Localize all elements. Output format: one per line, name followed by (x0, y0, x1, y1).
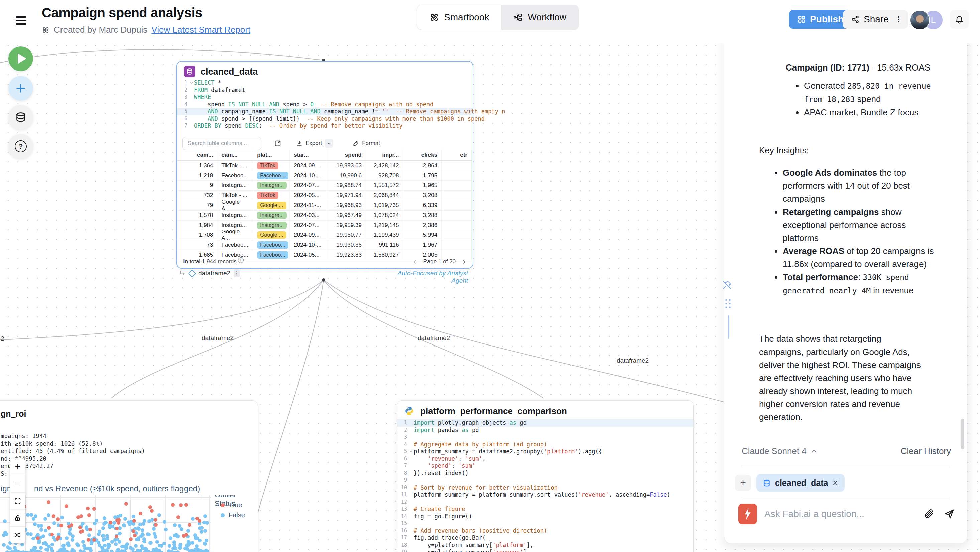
data-sources-button[interactable] (8, 105, 33, 130)
scatter-point-true[interactable] (47, 500, 51, 504)
scatter-point-true[interactable] (179, 503, 183, 507)
scatter-point-true[interactable] (115, 527, 119, 530)
scatter-point-false[interactable] (195, 536, 199, 540)
scatter-point-false[interactable] (204, 549, 208, 552)
scatter-point-false[interactable] (122, 523, 126, 527)
chat-question-input[interactable] (764, 508, 899, 520)
scatter-point-true[interactable] (124, 502, 128, 506)
sql-code-editor[interactable]: 1SELECT *2FROM dataframe13WHERE4 spend I… (177, 79, 473, 130)
scatter-point-false[interactable] (132, 515, 135, 518)
scatter-point-false[interactable] (150, 518, 154, 522)
scatter-point-false[interactable] (78, 549, 82, 552)
scatter-point-false[interactable] (163, 520, 167, 523)
publish-button[interactable]: Publish (789, 10, 852, 29)
scatter-point-false[interactable] (189, 549, 193, 552)
column-header[interactable]: cam... (217, 150, 253, 161)
scatter-point-false[interactable] (152, 527, 156, 531)
column-header[interactable]: star... (290, 150, 327, 161)
scatter-point-false[interactable] (176, 535, 180, 538)
scatter-point-false[interactable] (81, 540, 85, 544)
attachment-icon[interactable] (924, 508, 934, 519)
scatter-point-false[interactable] (188, 541, 191, 545)
scatter-point-false[interactable] (84, 525, 88, 529)
column-header[interactable]: spend (327, 150, 366, 161)
scatter-point-true[interactable] (129, 537, 133, 541)
scatter-point-false[interactable] (37, 550, 41, 552)
legend-item-false[interactable]: False (221, 511, 245, 519)
scatter-point-false[interactable] (164, 528, 168, 531)
scatter-point-false[interactable] (131, 550, 135, 552)
table-row[interactable]: 9Instagra...Instagra...2024-07...19,988.… (178, 181, 472, 191)
column-header[interactable]: clicks (403, 150, 442, 161)
scatter-point-false[interactable] (52, 521, 56, 525)
code-line[interactable]: 9 (397, 477, 693, 484)
scatter-point-false[interactable] (32, 547, 36, 551)
table-search-input[interactable] (183, 137, 261, 150)
scatter-point-true[interactable] (195, 517, 199, 520)
info-icon[interactable]: i (238, 257, 243, 263)
scatter-point-false[interactable] (33, 522, 37, 526)
scatter-point-false[interactable] (65, 536, 68, 540)
scatter-point-false[interactable] (103, 516, 106, 520)
scatter-point-false[interactable] (191, 517, 194, 520)
code-line[interactable]: 17fig.add_trace(go.Bar( (397, 534, 693, 542)
column-header[interactable]: cam... (178, 150, 217, 161)
code-line[interactable]: 2import pandas as pd (397, 427, 693, 434)
scatter-point-true[interactable] (115, 518, 119, 522)
scatter-point-false[interactable] (195, 544, 199, 548)
scatter-point-false[interactable] (152, 548, 156, 552)
scatter-point-true[interactable] (76, 515, 80, 519)
scatter-point-false[interactable] (2, 533, 6, 537)
scatter-point-false[interactable] (60, 515, 64, 519)
scatter-point-false[interactable] (101, 534, 105, 537)
add-context-button[interactable]: + (735, 475, 751, 491)
scatter-point-false[interactable] (82, 550, 86, 552)
code-line[interactable]: 19 x=platform_summary['revenue'], (397, 549, 693, 552)
dataframe-output-tag[interactable]: dataframe2 ⋮ (179, 269, 240, 277)
table-row[interactable]: 1,708Google A...Google ...2024-09...19,9… (178, 230, 472, 240)
scatter-point-false[interactable] (173, 523, 177, 527)
scatter-point-false[interactable] (142, 522, 145, 526)
scatter-point-false[interactable] (71, 534, 75, 538)
scatter-point-false[interactable] (2, 543, 6, 547)
scatter-point-true[interactable] (150, 509, 154, 512)
scatter-point-false[interactable] (200, 530, 203, 534)
scatter-point-true[interactable] (56, 537, 59, 541)
scatter-point-true[interactable] (184, 503, 188, 507)
scatter-point-true[interactable] (50, 533, 54, 536)
lock-button[interactable] (10, 509, 25, 527)
scatter-point-false[interactable] (98, 530, 101, 533)
data-table[interactable]: cam...cam...plat...star...spendimpr...cl… (178, 150, 472, 260)
scatter-point-false[interactable] (44, 529, 48, 532)
code-line[interactable]: 3WHERE (177, 94, 473, 101)
scatter-point-true[interactable] (87, 513, 91, 517)
scatter-point-false[interactable] (14, 550, 18, 552)
table-row[interactable]: 1,984Instagra...Instagra...2024-07...19,… (178, 221, 472, 231)
scatter-point-false[interactable] (203, 514, 207, 518)
scrollbar-thumb[interactable] (961, 419, 964, 449)
scatter-point-false[interactable] (203, 529, 207, 533)
scatter-point-true[interactable] (59, 523, 63, 527)
clear-history-button[interactable]: Clear History (901, 446, 951, 457)
scatter-point-false[interactable] (95, 519, 98, 522)
scatter-point-false[interactable] (115, 549, 119, 552)
fold-chevron-icon[interactable] (409, 450, 414, 453)
scatter-point-false[interactable] (70, 538, 74, 542)
scatter-point-false[interactable] (123, 549, 126, 552)
scatter-point-false[interactable] (136, 549, 140, 552)
notifications-button[interactable] (950, 10, 969, 29)
scatter-point-true[interactable] (47, 526, 51, 530)
scatter-point-false[interactable] (102, 538, 105, 542)
scatter-point-true[interactable] (139, 512, 142, 515)
scatter-point-false[interactable] (65, 550, 68, 552)
scatter-point-false[interactable] (40, 524, 43, 528)
cell-cleaned-data[interactable]: cleaned_data 1SELECT *2FROM dataframe13W… (177, 61, 473, 269)
panel-resize-handle[interactable] (728, 315, 729, 339)
scatter-point-true[interactable] (132, 529, 135, 533)
unpin-icon[interactable] (722, 280, 732, 290)
export-dropdown[interactable] (325, 139, 333, 148)
column-header[interactable]: plat... (253, 150, 290, 161)
scatter-point-false[interactable] (51, 542, 54, 546)
scatter-point-false[interactable] (3, 519, 7, 523)
scatter-point-false[interactable] (146, 532, 150, 536)
